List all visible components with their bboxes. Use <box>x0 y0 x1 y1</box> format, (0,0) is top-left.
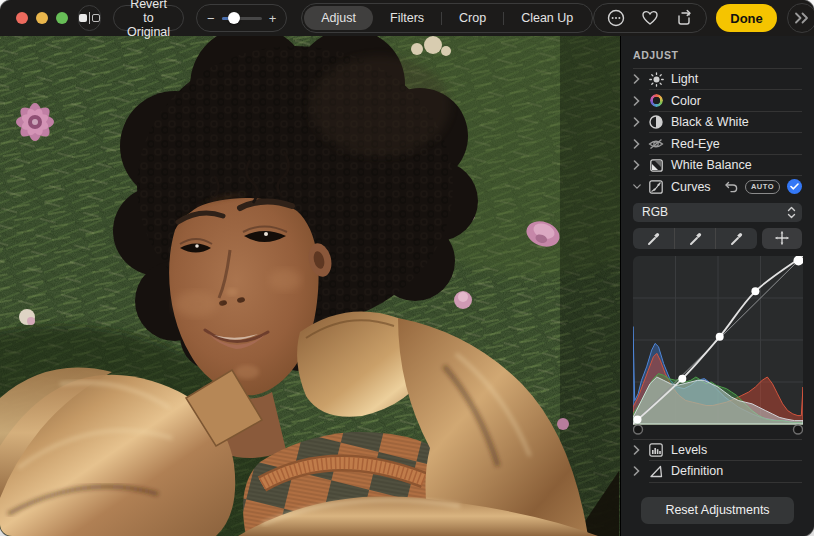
revert-button[interactable]: Revert to Original <box>113 5 184 31</box>
eyedropper-group <box>633 228 757 248</box>
updown-stepper-icon <box>787 206 796 219</box>
edit-mode-tabs: Adjust Filters Crop Clean Up <box>301 3 593 33</box>
color-wheel-icon <box>648 93 664 109</box>
eyedropper-row <box>633 228 802 248</box>
white-clover <box>19 309 35 325</box>
tab-adjust[interactable]: Adjust <box>304 6 373 30</box>
chevron-right-icon[interactable] <box>633 74 641 84</box>
sidebar-item-red-eye[interactable]: Red-Eye <box>633 133 802 153</box>
small-flower <box>557 418 569 430</box>
photos-edit-window: Revert to Original − + Adjust Filters Cr… <box>0 0 814 536</box>
strawflower <box>16 103 54 141</box>
channel-select[interactable]: RGB <box>633 203 802 223</box>
curves-enabled-toggle[interactable] <box>787 179 802 194</box>
double-chevron-right-icon <box>794 12 810 24</box>
add-point-button[interactable] <box>762 228 802 248</box>
traffic-lights <box>16 12 68 24</box>
ellipsis-circle-icon <box>607 9 625 27</box>
favorite-button[interactable] <box>641 9 659 27</box>
chevron-right-icon[interactable] <box>633 160 641 170</box>
white-point-eyedropper-button[interactable] <box>715 228 757 248</box>
done-button[interactable]: Done <box>716 4 777 32</box>
toolbar: Revert to Original − + Adjust Filters Cr… <box>0 0 814 36</box>
sidebar-item-label: Levels <box>671 443 707 457</box>
compare-before-after-button[interactable] <box>78 5 101 31</box>
zoom-slider-thumb[interactable] <box>228 12 240 24</box>
zoom-in-label[interactable]: + <box>269 12 277 25</box>
rotate-button[interactable] <box>675 9 693 27</box>
sidebar-item-curves[interactable]: Curves AUTO <box>633 176 802 197</box>
toolbar-overflow-button[interactable] <box>787 3 814 33</box>
reset-adjustments-button[interactable]: Reset Adjustments <box>641 497 793 524</box>
sidebar-item-label: Curves <box>671 180 711 194</box>
sidebar-item-label: Color <box>671 94 701 108</box>
black-point-eyedropper-button[interactable] <box>633 228 674 248</box>
sidebar-item-white-balance[interactable]: White Balance <box>633 155 802 175</box>
adjust-header: ADJUST <box>633 46 802 68</box>
sidebar-item-label: White Balance <box>671 158 752 172</box>
zoom-window-button[interactable] <box>56 12 68 24</box>
gray-point-eyedropper-button[interactable] <box>674 228 716 248</box>
curves-graph[interactable] <box>633 256 802 435</box>
photo-actions-cluster <box>593 3 707 33</box>
chevron-right-icon[interactable] <box>633 445 641 455</box>
divider <box>649 482 802 483</box>
curves-icon <box>648 179 664 195</box>
minimize-button[interactable] <box>36 12 48 24</box>
sidebar-item-label: Definition <box>671 464 723 478</box>
more-options-button[interactable] <box>607 9 625 27</box>
crosshair-icon <box>775 231 789 245</box>
sun-icon <box>648 71 664 87</box>
toolbar-right: Done <box>593 3 814 33</box>
tab-cleanup[interactable]: Clean Up <box>504 6 590 30</box>
undo-icon[interactable] <box>725 181 738 193</box>
sidebar-item-label: Light <box>671 72 698 86</box>
tab-filters[interactable]: Filters <box>373 6 441 30</box>
tab-crop[interactable]: Crop <box>442 6 503 30</box>
close-button[interactable] <box>16 12 28 24</box>
auto-button[interactable]: AUTO <box>745 180 780 194</box>
heart-icon <box>641 9 659 27</box>
black-white-icon <box>648 114 664 130</box>
red-eye-icon <box>648 136 664 152</box>
pom-flower <box>454 291 472 309</box>
sidebar-item-label: Red-Eye <box>671 137 720 151</box>
chevron-right-icon[interactable] <box>633 117 641 127</box>
levels-icon <box>648 442 664 458</box>
sidebar-item-definition[interactable]: Definition <box>633 461 802 481</box>
definition-icon <box>648 463 664 479</box>
chevron-right-icon[interactable] <box>633 466 641 476</box>
checkmark-icon <box>790 183 799 190</box>
curve-control-point[interactable] <box>678 374 686 382</box>
zoom-slider[interactable]: − + <box>196 4 287 32</box>
sidebar-item-levels[interactable]: Levels <box>633 440 802 460</box>
before-after-icon <box>79 12 100 24</box>
chevron-down-icon[interactable] <box>633 183 641 190</box>
curve-control-point[interactable] <box>751 287 759 295</box>
zoom-out-label[interactable]: − <box>207 12 215 25</box>
curve-control-point[interactable] <box>716 332 724 340</box>
channel-value: RGB <box>642 205 787 219</box>
chevron-right-icon[interactable] <box>633 96 641 106</box>
black-point-handle[interactable] <box>634 425 643 434</box>
zoom-slider-track[interactable] <box>222 17 262 20</box>
sidebar-item-black-white[interactable]: Black & White <box>633 112 802 132</box>
adjust-sidebar: ADJUST Light Color <box>620 36 814 536</box>
white-point-handle[interactable] <box>794 425 803 434</box>
curve-control-point[interactable] <box>634 415 642 423</box>
sidebar-item-light[interactable]: Light <box>633 69 802 89</box>
chevron-right-icon[interactable] <box>633 139 641 149</box>
white-balance-icon <box>648 157 664 173</box>
sidebar-item-color[interactable]: Color <box>633 90 802 110</box>
rotate-icon <box>675 9 693 27</box>
photo-canvas[interactable] <box>0 36 620 536</box>
sidebar-item-label: Black & White <box>671 115 749 129</box>
